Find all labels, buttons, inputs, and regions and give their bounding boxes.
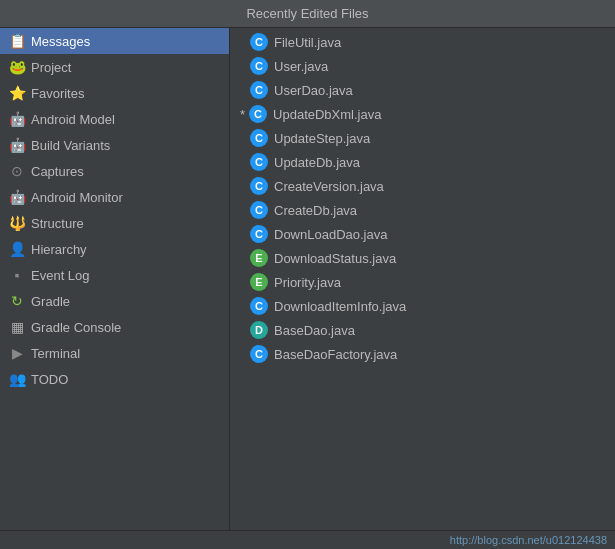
sidebar-item-event-log[interactable]: ▪Event Log <box>0 262 229 288</box>
sidebar-item-messages[interactable]: 📋Messages <box>0 28 229 54</box>
file-list-item[interactable]: CUser.java <box>230 54 615 78</box>
file-name: UserDao.java <box>274 83 353 98</box>
file-type-icon: C <box>250 297 268 315</box>
sidebar-item-build-variants[interactable]: 🤖Build Variants <box>0 132 229 158</box>
sidebar-item-label-captures: Captures <box>31 164 84 179</box>
title-bar: Recently Edited Files <box>0 0 615 28</box>
sidebar-item-hierarchy[interactable]: 👤Hierarchy <box>0 236 229 262</box>
file-name: UpdateStep.java <box>274 131 370 146</box>
sidebar-item-gradle-console[interactable]: ▦Gradle Console <box>0 314 229 340</box>
sidebar-item-label-android-model: Android Model <box>31 112 115 127</box>
file-type-icon: C <box>250 33 268 51</box>
structure-icon: 🔱 <box>8 214 26 232</box>
file-list-item[interactable]: CUpdateDb.java <box>230 150 615 174</box>
build-variants-icon: 🤖 <box>8 136 26 154</box>
sidebar-item-label-todo: TODO <box>31 372 68 387</box>
file-list-item[interactable]: CBaseDaoFactory.java <box>230 342 615 366</box>
project-icon: 🐸 <box>8 58 26 76</box>
file-list-item[interactable]: DBaseDao.java <box>230 318 615 342</box>
file-type-icon: C <box>249 105 267 123</box>
content-area: 📋Messages🐸Project⭐Favorites🤖Android Mode… <box>0 28 615 530</box>
files-panel: CFileUtil.javaCUser.javaCUserDao.java*CU… <box>230 28 615 530</box>
sidebar-item-favorites[interactable]: ⭐Favorites <box>0 80 229 106</box>
sidebar-item-label-favorites: Favorites <box>31 86 84 101</box>
file-list-item[interactable]: CCreateDb.java <box>230 198 615 222</box>
file-list-item[interactable]: CCreateVersion.java <box>230 174 615 198</box>
file-type-icon: C <box>250 201 268 219</box>
sidebar-item-label-gradle: Gradle <box>31 294 70 309</box>
file-name: User.java <box>274 59 328 74</box>
sidebar-item-label-terminal: Terminal <box>31 346 80 361</box>
sidebar-item-label-structure: Structure <box>31 216 84 231</box>
sidebar-item-captures[interactable]: ⊙Captures <box>0 158 229 184</box>
file-list-item[interactable]: CUserDao.java <box>230 78 615 102</box>
file-list-item[interactable]: CFileUtil.java <box>230 30 615 54</box>
modified-marker: * <box>240 107 245 122</box>
file-name: DownloadStatus.java <box>274 251 396 266</box>
gradle-console-icon: ▦ <box>8 318 26 336</box>
sidebar-item-gradle[interactable]: ↻Gradle <box>0 288 229 314</box>
file-name: Priority.java <box>274 275 341 290</box>
captures-icon: ⊙ <box>8 162 26 180</box>
file-name: UpdateDb.java <box>274 155 360 170</box>
sidebar-item-label-project: Project <box>31 60 71 75</box>
file-list-item[interactable]: CDownloadItemInfo.java <box>230 294 615 318</box>
hierarchy-icon: 👤 <box>8 240 26 258</box>
file-name: FileUtil.java <box>274 35 341 50</box>
file-type-icon: C <box>250 177 268 195</box>
todo-icon: 👥 <box>8 370 26 388</box>
file-name: BaseDaoFactory.java <box>274 347 397 362</box>
file-type-icon: D <box>250 321 268 339</box>
file-list-item[interactable]: EDownloadStatus.java <box>230 246 615 270</box>
event-log-icon: ▪ <box>8 266 26 284</box>
file-name: DownloadItemInfo.java <box>274 299 406 314</box>
file-type-icon: C <box>250 129 268 147</box>
file-list-item[interactable]: CUpdateStep.java <box>230 126 615 150</box>
sidebar-item-android-monitor[interactable]: 🤖Android Monitor <box>0 184 229 210</box>
file-name: DownLoadDao.java <box>274 227 387 242</box>
file-list-item[interactable]: *CUpdateDbXml.java <box>230 102 615 126</box>
main-window: Recently Edited Files 📋Messages🐸Project⭐… <box>0 0 615 549</box>
sidebar-item-label-android-monitor: Android Monitor <box>31 190 123 205</box>
android-monitor-icon: 🤖 <box>8 188 26 206</box>
window-title: Recently Edited Files <box>246 6 368 21</box>
file-type-icon: C <box>250 225 268 243</box>
file-type-icon: C <box>250 57 268 75</box>
file-list-item[interactable]: EPriority.java <box>230 270 615 294</box>
messages-icon: 📋 <box>8 32 26 50</box>
sidebar-item-label-gradle-console: Gradle Console <box>31 320 121 335</box>
sidebar-item-label-event-log: Event Log <box>31 268 90 283</box>
file-name: BaseDao.java <box>274 323 355 338</box>
file-type-icon: E <box>250 249 268 267</box>
file-type-icon: E <box>250 273 268 291</box>
file-name: CreateDb.java <box>274 203 357 218</box>
file-type-icon: C <box>250 153 268 171</box>
gradle-icon: ↻ <box>8 292 26 310</box>
sidebar: 📋Messages🐸Project⭐Favorites🤖Android Mode… <box>0 28 230 530</box>
sidebar-item-terminal[interactable]: ▶Terminal <box>0 340 229 366</box>
file-list-item[interactable]: CDownLoadDao.java <box>230 222 615 246</box>
url-label: http://blog.csdn.net/u012124438 <box>450 534 607 546</box>
file-type-icon: C <box>250 345 268 363</box>
terminal-icon: ▶ <box>8 344 26 362</box>
sidebar-item-structure[interactable]: 🔱Structure <box>0 210 229 236</box>
favorites-icon: ⭐ <box>8 84 26 102</box>
file-name: UpdateDbXml.java <box>273 107 381 122</box>
file-name: CreateVersion.java <box>274 179 384 194</box>
sidebar-item-android-model[interactable]: 🤖Android Model <box>0 106 229 132</box>
file-type-icon: C <box>250 81 268 99</box>
sidebar-item-label-build-variants: Build Variants <box>31 138 110 153</box>
bottom-bar: http://blog.csdn.net/u012124438 <box>0 530 615 549</box>
android-model-icon: 🤖 <box>8 110 26 128</box>
sidebar-item-project[interactable]: 🐸Project <box>0 54 229 80</box>
sidebar-item-label-hierarchy: Hierarchy <box>31 242 87 257</box>
sidebar-item-todo[interactable]: 👥TODO <box>0 366 229 392</box>
sidebar-item-label-messages: Messages <box>31 34 90 49</box>
